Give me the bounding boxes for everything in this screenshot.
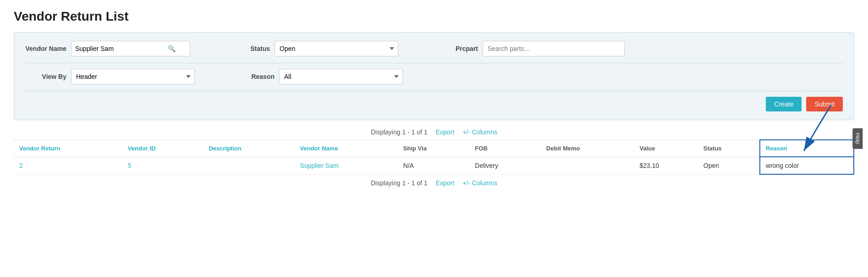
export-link-bottom[interactable]: Export xyxy=(436,179,454,187)
td-debit-memo xyxy=(541,157,634,174)
th-vendor-id: Vendor ID xyxy=(122,140,203,157)
reason-group: Reason All Wrong Color Damaged Wrong Ite… xyxy=(233,69,403,84)
view-by-group: View By Header Detail xyxy=(25,69,195,84)
filter-row-1: Vendor Name 🔍 Status Open Closed All Prc… xyxy=(25,41,843,56)
table-header: Vendor Return Vendor ID Description Vend… xyxy=(14,140,854,157)
th-ship-via: Ship Via xyxy=(398,140,470,157)
th-vendor-name: Vendor Name xyxy=(295,140,398,157)
td-fob: Delivery xyxy=(469,157,541,174)
td-status: Open xyxy=(698,157,760,174)
prcpart-input[interactable] xyxy=(483,41,625,56)
vendor-name-input[interactable] xyxy=(75,45,167,52)
td-vendor-return: 2 xyxy=(14,157,122,174)
columns-link-bottom[interactable]: +/- Columns xyxy=(462,179,497,187)
vendor-name-input-wrapper[interactable]: 🔍 xyxy=(71,41,190,56)
filter-panel: Vendor Name 🔍 Status Open Closed All Prc… xyxy=(14,32,854,120)
table-row: 2 5 Supplier Sam N/A Delivery $23.10 Ope… xyxy=(14,157,854,174)
columns-link-top[interactable]: +/- Columns xyxy=(462,128,497,136)
vendor-return-link[interactable]: 2 xyxy=(19,162,23,169)
header-row: Vendor Return Vendor ID Description Vend… xyxy=(14,140,854,157)
display-info-top: Displaying 1 - 1 of 1 Export +/- Columns xyxy=(14,128,854,136)
td-vendor-name: Supplier Sam xyxy=(295,157,398,174)
status-label: Status xyxy=(229,45,270,52)
td-vendor-id: 5 xyxy=(122,157,203,174)
th-vendor-return: Vendor Return xyxy=(14,140,122,157)
status-group: Status Open Closed All xyxy=(229,41,398,56)
th-value: Value xyxy=(634,140,698,157)
prcpart-group: Prcpart xyxy=(437,41,625,56)
button-row: Create Submit xyxy=(25,97,843,111)
view-by-label: View By xyxy=(25,73,66,80)
divider-1 xyxy=(25,63,843,63)
export-link-top[interactable]: Export xyxy=(436,128,454,136)
vendor-name-label: Vendor Name xyxy=(25,45,66,52)
prcpart-label: Prcpart xyxy=(437,45,478,52)
filter-row-2: View By Header Detail Reason All Wrong C… xyxy=(25,69,843,84)
view-by-select[interactable]: Header Detail xyxy=(71,69,195,84)
submit-button[interactable]: Submit xyxy=(806,97,843,111)
reason-select[interactable]: All Wrong Color Damaged Wrong Item xyxy=(279,69,403,84)
create-button[interactable]: Create xyxy=(766,97,802,111)
vendor-return-table: Vendor Return Vendor ID Description Vend… xyxy=(14,139,854,175)
th-debit-memo: Debit Memo xyxy=(541,140,634,157)
display-info-bottom: Displaying 1 - 1 of 1 Export +/- Columns xyxy=(14,179,854,187)
th-fob: FOB xyxy=(469,140,541,157)
page-title: Vendor Return List xyxy=(14,9,854,24)
vendor-name-group: Vendor Name 🔍 xyxy=(25,41,190,56)
reason-label: Reason xyxy=(233,73,275,80)
vendor-name-link[interactable]: Supplier Sam xyxy=(300,162,339,169)
td-description xyxy=(203,157,294,174)
vendor-id-link[interactable]: 5 xyxy=(128,162,132,169)
status-select[interactable]: Open Closed All xyxy=(275,41,398,56)
help-tab[interactable]: Help xyxy=(853,128,863,149)
table-container: Vendor Return Vendor ID Description Vend… xyxy=(14,139,854,175)
divider-2 xyxy=(25,91,843,91)
table-body: 2 5 Supplier Sam N/A Delivery $23.10 Ope… xyxy=(14,157,854,174)
display-count-bottom: Displaying 1 - 1 of 1 xyxy=(371,179,428,187)
vendor-name-search-icon[interactable]: 🔍 xyxy=(167,45,176,52)
display-count-top: Displaying 1 - 1 of 1 xyxy=(371,128,428,136)
th-status: Status xyxy=(698,140,760,157)
td-reason: wrong color xyxy=(760,157,854,174)
th-reason: Reason xyxy=(760,140,854,157)
th-description: Description xyxy=(203,140,294,157)
td-value: $23.10 xyxy=(634,157,698,174)
td-ship-via: N/A xyxy=(398,157,470,174)
